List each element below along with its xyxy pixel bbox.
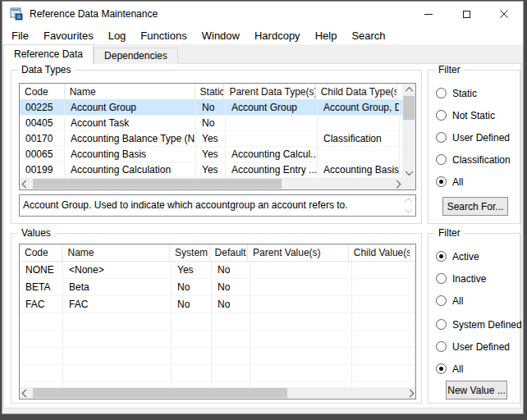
table-row-empty bbox=[20, 348, 415, 365]
data-types-filter-option-static[interactable]: Static bbox=[428, 82, 520, 104]
radio-icon bbox=[436, 341, 447, 352]
vertical-scrollbar[interactable] bbox=[402, 84, 415, 178]
table-row[interactable]: NONE<None>YesNo bbox=[20, 262, 415, 279]
cell-name: Account Task bbox=[65, 116, 196, 130]
table-row[interactable]: 00405Account TaskNo bbox=[20, 116, 402, 131]
cell-name: <None> bbox=[63, 262, 172, 278]
data-types-filter-option-classification[interactable]: Classification bbox=[428, 148, 520, 171]
menu-item-help[interactable]: Help bbox=[308, 28, 345, 43]
close-button[interactable] bbox=[485, 2, 523, 26]
column-header-parent-data-type-s[interactable]: Parent Data Type(s) bbox=[224, 84, 315, 99]
values-filter-option-system-defined[interactable]: System Defined bbox=[428, 313, 520, 336]
cell-name bbox=[63, 365, 172, 381]
menu-item-window[interactable]: Window bbox=[195, 28, 247, 43]
search-for-button[interactable]: Search For... bbox=[442, 197, 508, 216]
cell-code bbox=[20, 365, 63, 381]
column-header-child-data-type-s[interactable]: Child Data Type(s) bbox=[316, 84, 397, 99]
column-header-code[interactable]: Code bbox=[20, 244, 62, 261]
scroll-down-button[interactable] bbox=[402, 167, 415, 178]
cell-static: No bbox=[196, 116, 226, 130]
tab-dependencies[interactable]: Dependencies bbox=[94, 48, 178, 64]
radio-label: User Defined bbox=[452, 341, 510, 353]
menu-item-file[interactable]: File bbox=[4, 28, 36, 43]
column-header-default[interactable]: Default bbox=[210, 244, 249, 261]
tab-reference-data[interactable]: Reference Data bbox=[3, 44, 94, 64]
table-row[interactable]: 00170Accounting Balance Type (N...YesCla… bbox=[20, 131, 402, 147]
radio-icon bbox=[436, 154, 447, 165]
menu-item-hardcopy[interactable]: Hardcopy bbox=[247, 28, 308, 43]
scroll-left-icon bbox=[21, 389, 30, 397]
cell-static: Yes bbox=[196, 131, 226, 146]
cell-system: No bbox=[172, 279, 212, 295]
cell-child-value-s bbox=[352, 279, 415, 295]
column-header-name[interactable]: Name bbox=[65, 84, 195, 99]
close-icon bbox=[500, 10, 508, 18]
column-header-name[interactable]: Name bbox=[62, 244, 170, 261]
cell-code: 00199 bbox=[20, 162, 65, 177]
cell-system bbox=[172, 348, 212, 364]
tab-strip: Reference DataDependencies bbox=[3, 44, 178, 64]
radio-label: User Defined bbox=[452, 132, 510, 144]
cell-default bbox=[212, 331, 250, 347]
cell-code: 00405 bbox=[20, 116, 65, 130]
values-filter-option-inactive[interactable]: Inactive bbox=[428, 267, 520, 290]
table-row[interactable]: FACFACNoNo bbox=[20, 296, 415, 313]
menu-item-search[interactable]: Search bbox=[344, 28, 392, 43]
cell-name bbox=[63, 313, 172, 330]
table-row[interactable]: BETABetaNoNo bbox=[20, 279, 415, 296]
cell-default bbox=[212, 365, 250, 381]
cell-parent-data-type-s bbox=[226, 131, 318, 146]
cell-child-data-type-s: Account Group, D.. bbox=[318, 100, 400, 115]
scroll-up-button[interactable] bbox=[402, 84, 415, 95]
table-row[interactable]: 00065Accounting BasisYesAccounting Calcu… bbox=[20, 147, 402, 162]
cell-child-value-s bbox=[352, 365, 415, 381]
cell-code: BETA bbox=[20, 279, 63, 295]
minimize-icon bbox=[424, 14, 433, 15]
column-header-code[interactable]: Code bbox=[20, 84, 65, 99]
column-header-child-value-s[interactable]: Child Value(s) bbox=[349, 244, 410, 261]
column-header-parent-value-s[interactable]: Parent Value(s) bbox=[248, 244, 349, 261]
table-row[interactable]: 00199Accounting CalculationYesAccounting… bbox=[20, 162, 402, 178]
new-value-button[interactable]: New Value ... bbox=[446, 381, 507, 399]
horizontal-scroll-thumb[interactable] bbox=[33, 388, 287, 398]
horizontal-scrollbar[interactable] bbox=[20, 387, 415, 399]
cell-code: NONE bbox=[20, 262, 63, 278]
scroll-left-button[interactable] bbox=[20, 387, 31, 399]
cell-code: 00170 bbox=[20, 131, 65, 146]
menu-item-log[interactable]: Log bbox=[101, 28, 134, 43]
cell-default bbox=[212, 348, 250, 364]
table-row[interactable]: 00225Account GroupNoAccount GroupAccount… bbox=[20, 100, 402, 116]
scroll-left-button[interactable] bbox=[20, 178, 31, 189]
values-filter-option-all[interactable]: All bbox=[428, 358, 520, 380]
radio-icon bbox=[436, 363, 447, 374]
column-header-system[interactable]: System bbox=[170, 244, 210, 261]
menu-item-functions[interactable]: Functions bbox=[133, 28, 194, 43]
data-types-filter-option-all[interactable]: All bbox=[428, 171, 520, 193]
menu-item-favourites[interactable]: Favourites bbox=[36, 28, 101, 43]
values-filter-option-active[interactable]: Active bbox=[428, 245, 520, 267]
values-filter-option-user-defined[interactable]: User Defined bbox=[428, 336, 520, 358]
minimize-button[interactable] bbox=[410, 2, 447, 26]
radio-icon bbox=[436, 132, 447, 143]
app-icon bbox=[10, 7, 23, 21]
data-types-filter-option-not-static[interactable]: Not Static bbox=[428, 104, 520, 126]
table-header: CodeNameSystemDefaultParent Value(s)Chil… bbox=[20, 244, 415, 262]
table-header: CodeNameStaticParent Data Type(s)Child D… bbox=[20, 84, 402, 100]
data-types-filter-options: StaticNot StaticUser DefinedClassificati… bbox=[428, 82, 520, 193]
scroll-right-button[interactable] bbox=[404, 387, 415, 399]
window-controls bbox=[410, 2, 523, 26]
cell-parent-data-type-s: Accounting Entry ... bbox=[226, 162, 318, 177]
cell-name bbox=[63, 331, 172, 347]
data-types-filter-option-user-defined[interactable]: User Defined bbox=[428, 126, 520, 148]
maximize-button[interactable] bbox=[447, 2, 485, 26]
cell-default: No bbox=[212, 262, 250, 278]
horizontal-scroll-thumb[interactable] bbox=[33, 179, 282, 189]
radio-label: System Defined bbox=[452, 319, 522, 331]
horizontal-scrollbar[interactable] bbox=[20, 178, 402, 189]
vertical-scroll-thumb[interactable] bbox=[403, 96, 415, 120]
scroll-right-icon bbox=[392, 180, 401, 188]
values-filter-option-all[interactable]: All bbox=[428, 290, 520, 312]
scroll-right-button[interactable] bbox=[391, 178, 402, 189]
cell-system bbox=[172, 331, 212, 347]
column-header-static[interactable]: Static bbox=[195, 84, 225, 99]
